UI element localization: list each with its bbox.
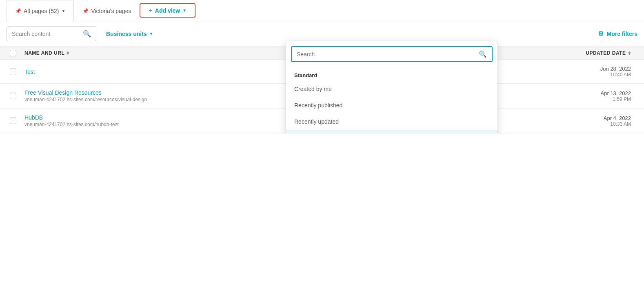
- chevron-down-icon: ▼: [182, 8, 187, 13]
- sort-icon[interactable]: ⬍: [66, 51, 70, 56]
- tab-bar: 📌 All pages (52) ▼ 📌 Victoria's pages + …: [0, 0, 644, 21]
- row-name-link[interactable]: Free Visual Design Resources: [24, 89, 102, 96]
- search-icon: 🔍: [479, 50, 487, 58]
- tab-all-pages[interactable]: 📌 All pages (52) ▼: [7, 0, 74, 21]
- pin-icon: 📌: [82, 8, 89, 14]
- row-name-link[interactable]: Test: [24, 69, 35, 75]
- search-icon: 🔍: [83, 30, 91, 38]
- row-name: Free Visual Design Resources vneuman-424…: [24, 89, 147, 102]
- add-view-dropdown: 🔍 Standard Created by me Recently publis…: [286, 41, 498, 133]
- dropdown-item-recently-updated[interactable]: Recently updated: [286, 113, 497, 130]
- col-name-url: NAME AND URL ⬍: [24, 50, 70, 56]
- chevron-down-icon: ▼: [149, 31, 153, 36]
- row-checkbox-col: [7, 118, 20, 124]
- date-main: Apr 13, 2022: [582, 90, 631, 96]
- more-filters-label: More filters: [607, 31, 637, 37]
- date-time: 1:59 PM: [582, 96, 631, 102]
- pin-icon: 📌: [15, 8, 21, 14]
- col-updated-label: UPDATED DATE: [586, 50, 626, 56]
- tab-victorias-pages-label: Victoria's pages: [91, 8, 131, 14]
- row-checkbox[interactable]: [10, 69, 16, 75]
- date-main: Jun 28, 2022: [582, 66, 631, 72]
- row-url: vneuman-4241702.hs-sites.com/hubdb-test: [24, 122, 119, 127]
- dropdown-item-recently-published[interactable]: Recently published: [286, 97, 497, 113]
- more-filters-button[interactable]: ⚙ More filters: [598, 30, 637, 38]
- dropdown-item-created-by-me[interactable]: Created by me: [286, 81, 497, 97]
- row-date: Jun 28, 2022 10:40 AM: [582, 66, 631, 78]
- tab-victorias-pages[interactable]: 📌 Victoria's pages: [74, 0, 140, 21]
- row-name-link[interactable]: HubDB: [24, 114, 43, 121]
- row-checkbox-col: [7, 93, 20, 99]
- add-view-label: Add view: [155, 7, 180, 14]
- add-view-tab[interactable]: + Add view ▼: [140, 3, 195, 18]
- col-updated-date: UPDATED DATE ⬍: [586, 50, 631, 56]
- dropdown-item-updated-by-me[interactable]: Updated by me: [286, 130, 497, 133]
- row-url: vneuman-4241702.hs-sites.com/resources/v…: [24, 97, 147, 102]
- business-units-label: Business units: [106, 31, 147, 37]
- tab-all-pages-label: All pages (52): [24, 8, 59, 14]
- chevron-down-icon: ▼: [61, 9, 65, 13]
- dropdown-search-section: 🔍: [286, 41, 497, 67]
- dropdown-search-input[interactable]: [297, 51, 475, 58]
- date-time: 10:33 AM: [582, 121, 631, 127]
- row-checkbox[interactable]: [10, 118, 16, 124]
- date-time: 10:40 AM: [582, 72, 631, 78]
- search-content-container: 🔍: [7, 26, 96, 41]
- sort-icon[interactable]: ⬍: [628, 51, 631, 56]
- search-content-input[interactable]: [12, 31, 80, 37]
- row-name: Test: [24, 69, 35, 75]
- select-all-checkbox-col: [7, 50, 20, 56]
- row-date: Apr 13, 2022 1:59 PM: [582, 90, 631, 102]
- col-name-label: NAME AND URL: [24, 50, 64, 56]
- dropdown-search-container: 🔍: [291, 46, 493, 62]
- row-name: HubDB vneuman-4241702.hs-sites.com/hubdb…: [24, 114, 119, 127]
- filter-icon: ⚙: [598, 30, 604, 38]
- plus-icon: +: [149, 7, 152, 14]
- business-units-button[interactable]: Business units ▼: [101, 27, 158, 40]
- select-all-checkbox[interactable]: [10, 50, 16, 56]
- row-date: Apr 4, 2022 10:33 AM: [582, 115, 631, 127]
- date-main: Apr 4, 2022: [582, 115, 631, 121]
- row-checkbox-col: [7, 69, 20, 75]
- dropdown-section-standard-label: Standard: [286, 67, 497, 81]
- row-checkbox[interactable]: [10, 93, 16, 99]
